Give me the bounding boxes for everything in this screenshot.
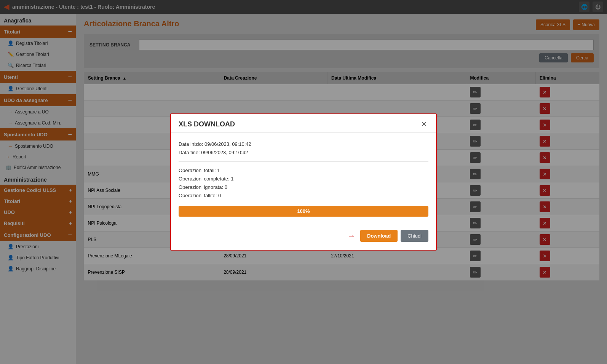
modal-overlay: XLS DOWNLOAD ✕ Data inizio: 09/06/2023, … — [0, 0, 607, 364]
operazioni-totali: Operazioni totali: 1 — [179, 166, 428, 175]
operazioni-ignorata: Operazioni ignorata: 0 — [179, 183, 428, 192]
operazioni-completate: Operazioni completate: 1 — [179, 175, 428, 183]
operazioni-fallite: Operazioni fallite: 0 — [179, 192, 428, 200]
modal-header: XLS DOWNLOAD ✕ — [171, 114, 436, 133]
data-inizio: Data inizio: 09/06/2023, 09:10:42 — [179, 140, 428, 148]
progress-label: 100% — [297, 208, 310, 214]
progress-bar-container: 100% — [179, 206, 428, 217]
download-button[interactable]: Download — [360, 230, 398, 242]
modal-divider — [179, 161, 428, 162]
modal-close-button[interactable]: ✕ — [420, 120, 428, 128]
xls-download-modal: XLS DOWNLOAD ✕ Data inizio: 09/06/2023, … — [170, 113, 437, 251]
modal-info-row: Data inizio: 09/06/2023, 09:10:42 Data f… — [179, 140, 428, 157]
data-fine: Data fine: 09/06/2023, 09:10:42 — [179, 148, 428, 157]
progress-bar-fill: 100% — [179, 206, 428, 217]
chiudi-button[interactable]: Chiudi — [401, 230, 428, 242]
modal-title: XLS DOWNLOAD — [179, 120, 235, 128]
modal-arrow-icon: → — [348, 231, 355, 240]
modal-operations: Operazioni totali: 1 Operazioni completa… — [179, 166, 428, 200]
modal-footer: → Download Chiudi — [171, 226, 436, 247]
modal-body: Data inizio: 09/06/2023, 09:10:42 Data f… — [171, 133, 436, 226]
